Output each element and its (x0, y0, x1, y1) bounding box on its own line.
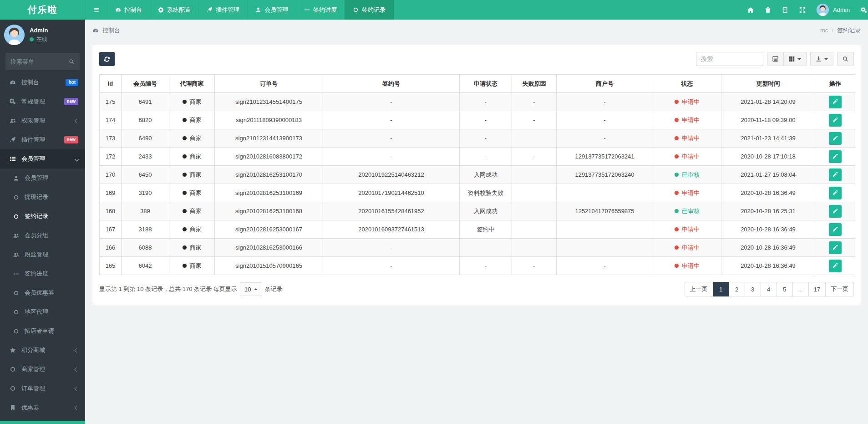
user-panel: Admin 在线 (0, 20, 85, 49)
ellipsis-icon (12, 271, 20, 277)
status-label: 申请中 (682, 98, 700, 106)
edit-button[interactable] (829, 169, 842, 181)
page-button-2[interactable]: 2 (729, 282, 745, 296)
edit-button[interactable] (829, 205, 842, 218)
detail-view-button[interactable] (767, 52, 784, 66)
nav-item-sign-progress[interactable]: 签约进度 (296, 0, 345, 20)
agent-label: 商家 (190, 189, 202, 197)
cell-status: 已审核 (653, 202, 721, 220)
sidebar-item-console[interactable]: 控制台hot (0, 73, 85, 92)
nav-item-label: 签约记录 (362, 6, 386, 14)
caret-down-icon (797, 58, 801, 60)
sidebar-item-sign-progress[interactable]: 签约进度 (0, 264, 85, 283)
sidebar-item-merchant[interactable]: 商家管理 (0, 360, 85, 379)
cell-id: 174 (100, 111, 122, 129)
brand-logo[interactable]: 付乐啦 (0, 0, 85, 20)
next-page-button[interactable]: 下一页 (826, 282, 854, 296)
edit-button[interactable] (829, 187, 842, 199)
sidebar-item-sign-record[interactable]: 签约记录 (0, 207, 85, 226)
pagination-summary-suffix: 条记录 (265, 285, 283, 293)
cell-merchant-no: 129137735172063241 (557, 148, 653, 166)
pagination: 显示第 1 到第 10 条记录，总共 170 条记录 每页显示 10 条记录 上… (99, 282, 854, 296)
sidebar-item-member[interactable]: 会员管理 (0, 149, 85, 169)
cell-apply-status (460, 239, 512, 257)
cell-id: 169 (100, 184, 122, 202)
avatar[interactable] (4, 25, 25, 45)
cell-member-no: 389 (122, 202, 169, 220)
book-icon[interactable] (782, 7, 788, 13)
status-badge: 申请中 (675, 98, 700, 106)
cell-fail-reason (512, 220, 557, 239)
nav-item-label: 插件管理 (216, 6, 239, 14)
edit-button[interactable] (829, 114, 842, 127)
nav-item-system-config[interactable]: 系统配置 (150, 0, 198, 20)
sidebar-item-member-group[interactable]: 会员分组 (0, 226, 85, 245)
sidebar-item-member-coupon[interactable]: 会员优惠券 (0, 283, 85, 302)
user-menu[interactable]: Admin (817, 4, 850, 16)
gears-icon (9, 98, 16, 105)
sidebar-item-shop-apply[interactable]: 拓店者申请 (0, 322, 85, 341)
page-button-5[interactable]: 5 (777, 282, 793, 296)
ring-icon (12, 194, 20, 200)
edit-button[interactable] (829, 241, 842, 254)
sidebar-item-member-list[interactable]: 会员管理 (0, 169, 85, 188)
search-toggle-button[interactable] (837, 52, 854, 66)
sidebar-user-name: Admin (30, 27, 48, 34)
page-size-dropdown[interactable]: 10 (240, 282, 262, 296)
nav-item-console[interactable]: 控制台 (107, 0, 150, 20)
page-button-17[interactable]: 17 (809, 282, 826, 296)
sidebar-footer-bar[interactable] (0, 421, 85, 424)
sidebar-item-coupon[interactable]: 优惠券 (0, 398, 85, 417)
cell-fail-reason: - (512, 93, 557, 111)
sidebar-item-score-mall[interactable]: 积分商城 (0, 341, 85, 360)
sidebar-item-order[interactable]: 订单管理 (0, 379, 85, 398)
online-label: 在线 (36, 36, 47, 43)
sidebar-item-addon[interactable]: 插件管理new (0, 130, 85, 149)
sidebar-item-area-agent[interactable]: 地区代理 (0, 302, 85, 322)
page-button-1[interactable]: 1 (713, 282, 729, 296)
edit-button[interactable] (829, 96, 842, 108)
sidebar-item-general[interactable]: 常规管理new (0, 92, 85, 111)
refresh-button[interactable] (99, 52, 115, 66)
chevron-left-icon (75, 348, 79, 352)
avatar (817, 4, 829, 16)
home-icon[interactable] (747, 7, 754, 13)
cell-actions (815, 111, 855, 129)
nav-item-label: 系统配置 (167, 6, 191, 14)
view-button-group (767, 52, 807, 66)
trash-icon[interactable] (765, 7, 771, 13)
gear-icon (158, 7, 164, 13)
sidebar-item-auth[interactable]: 权限管理 (0, 111, 85, 130)
export-button[interactable] (810, 52, 833, 66)
pencil-icon (832, 153, 838, 159)
page-button-3[interactable]: 3 (745, 282, 761, 296)
ring-icon (12, 328, 20, 334)
chevron-down-icon (75, 157, 79, 161)
nav-item-member[interactable]: 会员管理 (247, 0, 296, 20)
sidebar-item-fans[interactable]: 粉丝管理 (0, 245, 85, 264)
columns-button[interactable] (784, 52, 807, 66)
sidebar-search-input[interactable] (10, 58, 69, 65)
page-button-4[interactable]: 4 (761, 282, 777, 296)
breadcrumb-title: 控制台 (102, 26, 120, 35)
edit-button[interactable] (829, 260, 842, 272)
sidebar-item-withdraw-log[interactable]: 提现记录 (0, 188, 85, 207)
prev-page-button[interactable]: 上一页 (685, 282, 713, 296)
nav-item-addon[interactable]: 插件管理 (198, 0, 247, 20)
cell-sign-no: 20201016155428461952 (323, 202, 460, 220)
status-label: 申请中 (682, 225, 700, 234)
edit-button[interactable] (829, 223, 842, 236)
cell-updated: 2020-10-28 16:36:49 (721, 257, 815, 275)
sidebar-toggle-button[interactable] (85, 0, 107, 20)
cell-actions (815, 202, 855, 220)
edit-button[interactable] (829, 132, 842, 145)
nav-item-sign-record[interactable]: 签约记录 (345, 0, 394, 20)
table-row: 1656042商家sign20101510570900165----申请中202… (100, 257, 855, 275)
nav-item-label: 签约进度 (313, 6, 337, 14)
agent-dot-icon (183, 136, 187, 140)
settings-gears-icon[interactable] (861, 7, 867, 13)
expand-icon[interactable] (799, 7, 806, 13)
table-search-input[interactable] (696, 52, 763, 66)
edit-button[interactable] (829, 150, 842, 163)
sidebar-item-label: 地区代理 (25, 308, 48, 316)
